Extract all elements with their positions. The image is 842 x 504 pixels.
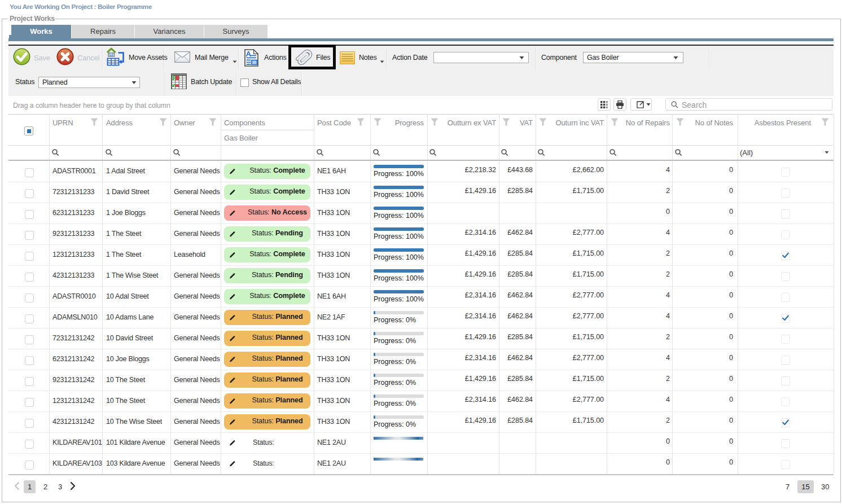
svg-text:A: A bbox=[246, 50, 252, 58]
